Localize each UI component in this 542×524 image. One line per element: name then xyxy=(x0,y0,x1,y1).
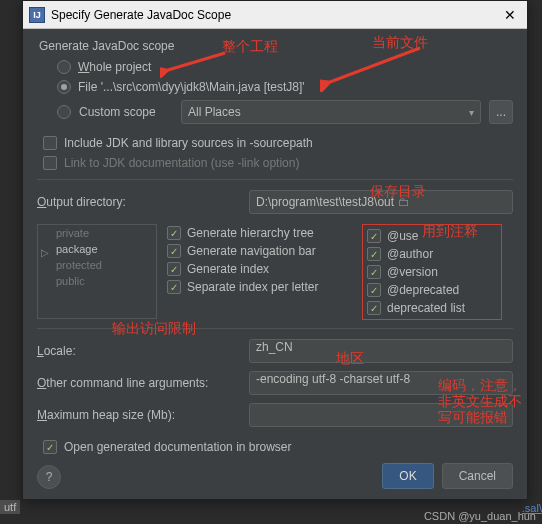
close-icon[interactable]: ✕ xyxy=(499,4,521,26)
radio-custom-scope[interactable]: Custom scope All Places ▾ ... xyxy=(37,97,513,127)
middle-grid: ▷ private package protected public Gener… xyxy=(37,224,513,320)
check-link-jdk[interactable]: Link to JDK documentation (use -link opt… xyxy=(37,153,513,173)
ok-button[interactable]: OK xyxy=(382,463,433,489)
check-sep-index[interactable]: Separate index per letter xyxy=(167,278,352,296)
heap-input[interactable] xyxy=(249,403,513,427)
javadoc-dialog: IJ Specify Generate JavaDoc Scope ✕ Gene… xyxy=(22,0,528,500)
tags-highlight-box: @use @author @version @deprecated deprec… xyxy=(362,224,502,320)
checkbox-icon xyxy=(167,262,181,276)
checkbox-icon xyxy=(367,229,381,243)
args-row: Other command line arguments: -encoding … xyxy=(37,367,513,399)
generate-options-column: Generate hierarchy tree Generate navigat… xyxy=(157,224,352,320)
check-author[interactable]: @author xyxy=(367,245,497,263)
help-button[interactable]: ? xyxy=(37,465,61,489)
button-bar: OK Cancel xyxy=(382,463,513,489)
file-label: File '...\src\com\dyy\jdk8\Main.java [te… xyxy=(78,80,305,94)
check-include-jdk[interactable]: Include JDK and library sources in -sour… xyxy=(37,133,513,153)
checkbox-icon xyxy=(367,265,381,279)
chevron-down-icon: ▾ xyxy=(469,107,474,118)
output-directory-row: Output directory: D:\program\test\testJ8… xyxy=(37,186,513,218)
whole-project-label: hole project xyxy=(89,60,151,74)
locale-row: Locale: zh_CN xyxy=(37,335,513,367)
dialog-content: Generate JavaDoc scope Whole project Fil… xyxy=(23,29,527,465)
custom-scope-combo[interactable]: All Places ▾ xyxy=(181,100,481,124)
access-private[interactable]: private xyxy=(38,225,156,241)
check-hierarchy[interactable]: Generate hierarchy tree xyxy=(167,224,352,242)
watermark: CSDN @yu_duan_hun xyxy=(424,510,536,522)
check-nav[interactable]: Generate navigation bar xyxy=(167,242,352,260)
browse-scope-button[interactable]: ... xyxy=(489,100,513,124)
tags-column: @use @author @version @deprecated deprec… xyxy=(352,224,502,320)
access-package[interactable]: package xyxy=(38,241,156,257)
checkbox-icon xyxy=(167,226,181,240)
separator xyxy=(37,179,513,180)
access-level-panel[interactable]: ▷ private package protected public xyxy=(37,224,157,319)
heap-row: Maximum heap size (Mb): xyxy=(37,399,513,431)
include-jdk-label: Include JDK and library sources in -sour… xyxy=(64,136,313,150)
edge-text-utf: utf xyxy=(0,500,20,514)
check-use[interactable]: @use xyxy=(367,227,497,245)
checkbox-icon xyxy=(43,136,57,150)
folder-icon[interactable]: 🗀 xyxy=(398,195,506,209)
open-doc-label: Open generated documentation in browser xyxy=(64,440,291,454)
scope-group-label: Generate JavaDoc scope xyxy=(37,39,513,53)
access-public[interactable]: public xyxy=(38,273,156,289)
radio-icon xyxy=(57,60,71,74)
access-protected[interactable]: protected xyxy=(38,257,156,273)
check-deplist[interactable]: deprecated list xyxy=(367,299,497,317)
titlebar: IJ Specify Generate JavaDoc Scope ✕ xyxy=(23,1,527,29)
check-open-doc[interactable]: Open generated documentation in browser xyxy=(37,437,513,457)
args-input[interactable]: -encoding utf-8 -charset utf-8 xyxy=(249,371,513,395)
check-version[interactable]: @version xyxy=(367,263,497,281)
checkbox-icon xyxy=(367,247,381,261)
link-jdk-label: Link to JDK documentation (use -link opt… xyxy=(64,156,299,170)
checkbox-icon xyxy=(43,156,57,170)
dialog-title: Specify Generate JavaDoc Scope xyxy=(51,8,499,22)
radio-icon xyxy=(57,105,71,119)
checkbox-icon xyxy=(367,283,381,297)
locale-input[interactable]: zh_CN xyxy=(249,339,513,363)
radio-whole-project[interactable]: Whole project xyxy=(37,57,513,77)
output-value: D:\program\test\testJ8\out xyxy=(256,195,394,209)
checkbox-icon xyxy=(367,301,381,315)
check-deprecated[interactable]: @deprecated xyxy=(367,281,497,299)
checkbox-icon xyxy=(43,440,57,454)
check-index[interactable]: Generate index xyxy=(167,260,352,278)
radio-file[interactable]: File '...\src\com\dyy\jdk8\Main.java [te… xyxy=(37,77,513,97)
checkbox-icon xyxy=(167,280,181,294)
separator xyxy=(37,328,513,329)
checkbox-icon xyxy=(167,244,181,258)
radio-icon xyxy=(57,80,71,94)
combo-value: All Places xyxy=(188,105,241,119)
cancel-button[interactable]: Cancel xyxy=(442,463,513,489)
output-directory-input[interactable]: D:\program\test\testJ8\out 🗀 xyxy=(249,190,513,214)
app-icon: IJ xyxy=(29,7,45,23)
